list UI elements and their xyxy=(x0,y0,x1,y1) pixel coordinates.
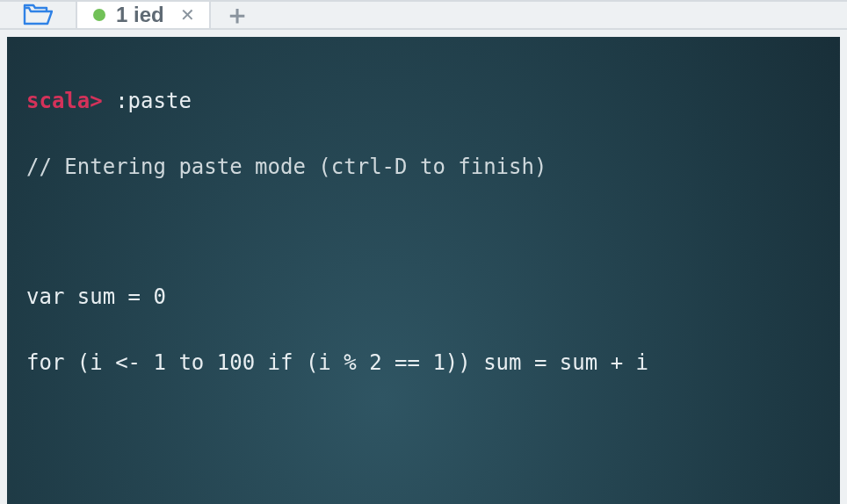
tab-label: 1 ied xyxy=(116,3,164,27)
code-line-2: for (i <- 1 to 100 if (i % 2 == 1)) sum … xyxy=(26,347,828,379)
plus-icon: ＋ xyxy=(224,2,250,28)
tab-close-button[interactable]: ✕ xyxy=(180,6,195,24)
app-window: 1 ied ✕ ＋ scala> :paste // Entering past… xyxy=(0,0,847,504)
modified-dot-icon xyxy=(93,9,105,21)
folder-open-icon xyxy=(23,3,53,27)
open-folder-button[interactable] xyxy=(0,2,77,28)
paste-enter-comment: // Entering paste mode (ctrl-D to finish… xyxy=(26,151,828,184)
new-tab-button[interactable]: ＋ xyxy=(211,2,264,28)
tab-active[interactable]: 1 ied ✕ xyxy=(77,2,211,28)
code-line-1: var sum = 0 xyxy=(26,281,828,313)
terminal-container: scala> :paste // Entering paste mode (ct… xyxy=(0,30,847,504)
terminal[interactable]: scala> :paste // Entering paste mode (ct… xyxy=(7,37,840,504)
repl-prompt: scala> xyxy=(26,89,103,113)
repl-command: :paste xyxy=(103,89,192,113)
tab-bar: 1 ied ✕ ＋ xyxy=(0,0,847,30)
